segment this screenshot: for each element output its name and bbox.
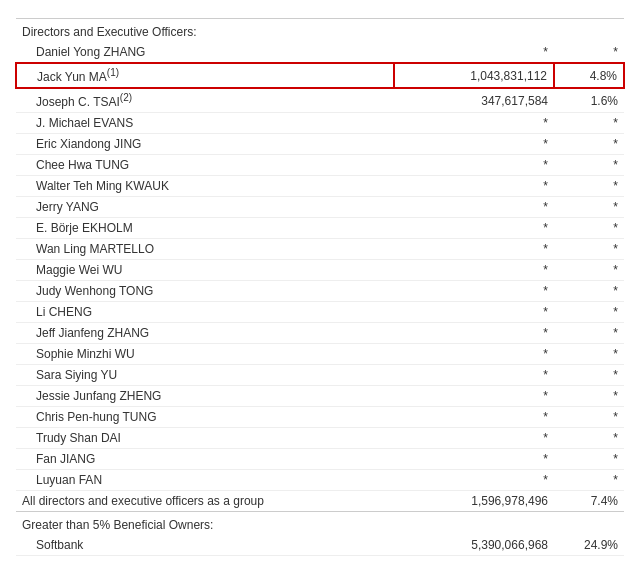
summary-percent: 7.4% (554, 491, 624, 512)
col-header-shares (394, 10, 554, 19)
row-percent: * (554, 428, 624, 449)
summary-name: All directors and executive officers as … (16, 491, 394, 512)
row-name: Chris Pen-hung TUNG (16, 407, 394, 428)
row-shares: * (394, 344, 554, 365)
row-shares: * (394, 470, 554, 491)
table-row: Sara Siying YU** (16, 365, 624, 386)
row-shares: * (394, 176, 554, 197)
row-shares: * (394, 42, 554, 63)
table-row: Wan Ling MARTELLO** (16, 239, 624, 260)
row-name: Chee Hwa TUNG (16, 155, 394, 176)
row-percent: * (554, 113, 624, 134)
row-percent: 24.9% (554, 535, 624, 556)
row-percent: 1.6% (554, 88, 624, 113)
summary-row: All directors and executive officers as … (16, 491, 624, 512)
table-row: J. Michael EVANS** (16, 113, 624, 134)
row-name: Wan Ling MARTELLO (16, 239, 394, 260)
table-row: Eric Xiandong JING** (16, 134, 624, 155)
table-row: Li CHENG** (16, 302, 624, 323)
section-header-beneficial: Greater than 5% Beneficial Owners: (16, 512, 624, 536)
row-percent: * (554, 386, 624, 407)
table-row: Sophie Minzhi WU** (16, 344, 624, 365)
table-row: Walter Teh Ming KWAUK** (16, 176, 624, 197)
row-percent: 4.8% (554, 63, 624, 88)
row-name: Trudy Shan DAI (16, 428, 394, 449)
row-shares: 1,043,831,112 (394, 63, 554, 88)
table-row: Softbank5,390,066,96824.9% (16, 535, 624, 556)
table-row: E. Börje EKHOLM** (16, 218, 624, 239)
row-shares: 5,390,066,968 (394, 535, 554, 556)
table-row: Daniel Yong ZHANG** (16, 42, 624, 63)
row-name: Jack Yun MA(1) (16, 63, 394, 88)
row-name: E. Börje EKHOLM (16, 218, 394, 239)
row-percent: * (554, 197, 624, 218)
table-row: Jack Yun MA(1)1,043,831,1124.8% (16, 63, 624, 88)
row-shares: * (394, 155, 554, 176)
row-shares: * (394, 302, 554, 323)
row-percent: * (554, 470, 624, 491)
col-header-name (16, 10, 394, 19)
row-percent: * (554, 302, 624, 323)
table-row: Chris Pen-hung TUNG** (16, 407, 624, 428)
section-header-label: Directors and Executive Officers: (16, 19, 624, 43)
row-shares: * (394, 365, 554, 386)
table-row: Jerry YANG** (16, 197, 624, 218)
row-shares: * (394, 113, 554, 134)
row-name: Sara Siying YU (16, 365, 394, 386)
row-shares: * (394, 239, 554, 260)
row-percent: * (554, 134, 624, 155)
row-percent: * (554, 281, 624, 302)
row-shares: * (394, 407, 554, 428)
row-shares: * (394, 260, 554, 281)
row-percent: * (554, 176, 624, 197)
row-name: Softbank (16, 535, 394, 556)
row-name: Jessie Junfang ZHENG (16, 386, 394, 407)
row-shares: * (394, 386, 554, 407)
row-name: J. Michael EVANS (16, 113, 394, 134)
row-name: Fan JIANG (16, 449, 394, 470)
row-name: Walter Teh Ming KWAUK (16, 176, 394, 197)
row-name: Jerry YANG (16, 197, 394, 218)
row-percent: * (554, 239, 624, 260)
row-shares: * (394, 218, 554, 239)
row-shares: * (394, 134, 554, 155)
row-shares: * (394, 323, 554, 344)
row-name: Luyuan FAN (16, 470, 394, 491)
row-percent: * (554, 218, 624, 239)
section-header-directors: Directors and Executive Officers: (16, 19, 624, 43)
row-name: Judy Wenhong TONG (16, 281, 394, 302)
ownership-table: Directors and Executive Officers:Daniel … (15, 10, 625, 556)
row-percent: * (554, 449, 624, 470)
table-container: Directors and Executive Officers:Daniel … (0, 0, 640, 566)
row-name: Maggie Wei WU (16, 260, 394, 281)
table-row: Jeff Jianfeng ZHANG** (16, 323, 624, 344)
row-shares: * (394, 197, 554, 218)
row-percent: * (554, 260, 624, 281)
table-row: Trudy Shan DAI** (16, 428, 624, 449)
row-name: Daniel Yong ZHANG (16, 42, 394, 63)
table-row: Jessie Junfang ZHENG** (16, 386, 624, 407)
row-percent: * (554, 365, 624, 386)
table-row: Judy Wenhong TONG** (16, 281, 624, 302)
table-row: Joseph C. TSAI(2)347,617,5841.6% (16, 88, 624, 113)
row-shares: 347,617,584 (394, 88, 554, 113)
table-row: Fan JIANG** (16, 449, 624, 470)
section-header2-label: Greater than 5% Beneficial Owners: (16, 512, 624, 536)
row-name: Li CHENG (16, 302, 394, 323)
row-name: Eric Xiandong JING (16, 134, 394, 155)
row-percent: * (554, 155, 624, 176)
col-header-percent (554, 10, 624, 19)
row-name: Jeff Jianfeng ZHANG (16, 323, 394, 344)
row-percent: * (554, 344, 624, 365)
row-percent: * (554, 42, 624, 63)
row-name: Sophie Minzhi WU (16, 344, 394, 365)
row-percent: * (554, 407, 624, 428)
row-shares: * (394, 428, 554, 449)
row-shares: * (394, 449, 554, 470)
summary-shares: 1,596,978,496 (394, 491, 554, 512)
table-row: Chee Hwa TUNG** (16, 155, 624, 176)
table-row: Luyuan FAN** (16, 470, 624, 491)
table-row: Maggie Wei WU** (16, 260, 624, 281)
row-shares: * (394, 281, 554, 302)
row-percent: * (554, 323, 624, 344)
